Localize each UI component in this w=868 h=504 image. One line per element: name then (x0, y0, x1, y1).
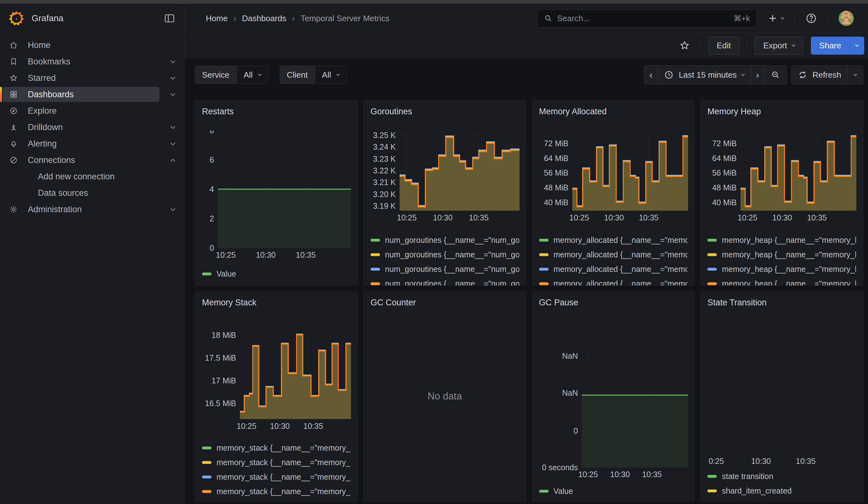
chart-area[interactable]: 40 MiB48 MiB56 MiB64 MiB72 MiB10:2510:30… (707, 131, 856, 224)
dashboards-grid-icon (9, 90, 18, 99)
legend-color-dash (707, 490, 717, 492)
legend-item[interactable]: memory_allocated {__name__="memo (539, 233, 688, 247)
search-shortcut: ⌘+k (734, 14, 750, 23)
sidebar-item-administration[interactable]: Administration (0, 201, 184, 218)
legend-item[interactable]: num_goroutines {__name__="num_go (371, 276, 519, 286)
legend-item[interactable]: memory_stack {__name__="memory_s (202, 484, 351, 498)
star-dashboard-button[interactable] (676, 40, 693, 51)
legend-item[interactable]: memory_heap {__name__="memory_h (707, 247, 856, 262)
sidebar-toggle-icon[interactable] (164, 13, 175, 24)
time-shift-back-button[interactable]: ‹ (644, 65, 658, 84)
variable-value-dropdown[interactable]: All (237, 66, 268, 84)
sidebar-item-dashboards[interactable]: Dashboards (0, 86, 184, 103)
breadcrumb-item: Temporal Server Metrics (300, 13, 390, 23)
sidebar-item-label: Dashboards (28, 90, 74, 100)
sidebar-item-connections[interactable]: Connections (0, 152, 184, 168)
refresh-button[interactable]: Refresh (791, 65, 848, 84)
chart-area[interactable]: 0:2510:3010:35 (707, 321, 856, 467)
variable-client[interactable]: ClientAll (280, 66, 347, 84)
breadcrumb-item[interactable]: Dashboards (242, 13, 286, 23)
avatar[interactable] (839, 11, 854, 26)
legend-item[interactable]: memory_allocated {__name__="memo (539, 276, 688, 286)
legend-item[interactable]: memory_heap {__name__="memory_h (707, 276, 856, 286)
search-input[interactable]: Search... ⌘+k (537, 10, 757, 28)
legend-item[interactable]: state transition (707, 469, 856, 483)
sidebar-item-home[interactable]: Home (0, 37, 184, 53)
legend-item[interactable]: memory_allocated {__name__="memo (539, 262, 688, 276)
legend-item[interactable]: shard_item_created (707, 483, 856, 498)
refresh-interval-dropdown[interactable] (848, 65, 863, 84)
panel-title[interactable]: Memory Allocated (539, 106, 688, 117)
sidebar-item-label: Data sources (38, 188, 88, 198)
grafana-logo[interactable] (8, 10, 24, 27)
zoom-out-button[interactable] (764, 65, 787, 84)
panel-title[interactable]: Memory Heap (707, 106, 856, 117)
legend-item[interactable]: Value (202, 267, 351, 281)
sidebar-item-label: Administration (28, 205, 82, 214)
legend-label: Value (554, 487, 573, 496)
svg-text:10:35: 10:35 (796, 457, 816, 465)
export-button[interactable]: Export (755, 37, 803, 55)
legend-item[interactable]: Value (539, 484, 688, 498)
star-icon (9, 74, 18, 82)
panel-title[interactable]: Memory Stack (202, 297, 351, 308)
sidebar-item-label: Connections (28, 155, 75, 165)
time-range-picker[interactable]: Last 15 minutes (658, 65, 751, 84)
chevron-down-icon (170, 141, 175, 146)
chart-area[interactable]: 3.19 K3.20 K3.21 K3.22 K3.23 K3.24 K3.25… (371, 131, 519, 224)
legend-label: memory_stack {__name__="memory_s (217, 458, 351, 467)
legend-item[interactable]: memory_allocated {__name__="memo (539, 247, 688, 262)
help-button[interactable] (806, 13, 817, 24)
svg-text:17.5 MiB: 17.5 MiB (205, 353, 236, 362)
add-dropdown-chevron-icon (781, 16, 784, 19)
chart-area[interactable]: NaNNaN00 seconds10:2510:3010:35 (539, 321, 688, 481)
variable-value-dropdown[interactable]: All (315, 66, 347, 84)
legend-color-dash (539, 490, 549, 493)
clock-icon (664, 70, 674, 80)
legend-label: memory_heap {__name__="memory_h (722, 265, 856, 274)
time-shift-forward-button[interactable]: › (751, 65, 764, 84)
legend-item[interactable]: memory_stack {__name__="memory_s (202, 441, 351, 455)
chart-area[interactable]: 40 MiB48 MiB56 MiB64 MiB72 MiB10:2510:30… (539, 131, 688, 224)
panel-title[interactable]: State Transition (707, 297, 856, 308)
breadcrumb-separator: › (233, 13, 236, 23)
share-button[interactable]: Share (811, 37, 850, 55)
legend-item[interactable]: num_goroutines {__name__="num_go (371, 247, 519, 262)
time-range-group: ‹ Last 15 minutes › (644, 65, 787, 84)
svg-text:0:25: 0:25 (709, 457, 724, 465)
panel-title[interactable]: GC Counter (371, 297, 519, 308)
panel-title[interactable]: Goroutines (371, 106, 519, 117)
svg-text:17 MiB: 17 MiB (211, 376, 236, 385)
legend-item[interactable]: num_goroutines {__name__="num_go (371, 262, 519, 276)
variable-service[interactable]: ServiceAll (195, 66, 268, 84)
legend-item[interactable]: num_goroutines {__name__="num_go (371, 233, 519, 247)
share-dropdown-button[interactable] (850, 37, 864, 55)
sidebar-item-add-new-connection[interactable]: Add new connection (0, 168, 184, 185)
breadcrumb-item[interactable]: Home (206, 13, 228, 23)
panel-title[interactable]: GC Pause (539, 297, 688, 308)
legend-label: memory_stack {__name__="memory_s (217, 487, 351, 496)
add-button[interactable] (767, 13, 784, 24)
edit-button[interactable]: Edit (708, 37, 740, 55)
sidebar-item-bookmarks[interactable]: Bookmarks (0, 53, 184, 70)
sidebar-item-starred[interactable]: Starred (0, 70, 184, 86)
sidebar-item-alerting[interactable]: Alerting (0, 135, 184, 152)
refresh-group: Refresh (791, 65, 863, 84)
chart-area[interactable]: 16.5 MiB17 MiB17.5 MiB18 MiB10:2510:3010… (202, 321, 351, 432)
export-chevron-icon (792, 43, 795, 47)
sidebar-item-data-sources[interactable]: Data sources (0, 185, 184, 201)
sidebar-item-drilldown[interactable]: Drilldown (0, 119, 184, 135)
legend-label: memory_stack {__name__="memory_s (217, 443, 351, 453)
legend-color-dash (539, 239, 549, 241)
panel-title[interactable]: Restarts (202, 106, 351, 117)
legend-item[interactable]: memory_heap {__name__="memory_h (707, 262, 856, 276)
legend-item[interactable]: memory_stack {__name__="memory_s (202, 470, 351, 484)
svg-text:3.23 K: 3.23 K (373, 154, 396, 163)
chart-area[interactable]: 0246810:2510:3010:35 (202, 131, 351, 261)
legend-item[interactable]: memory_heap {__name__="memory_h (707, 233, 856, 247)
svg-text:48 MiB: 48 MiB (712, 183, 737, 192)
svg-text:10:30: 10:30 (610, 470, 630, 479)
sidebar-item-explore[interactable]: Explore (0, 103, 184, 119)
legend-item[interactable]: memory_stack {__name__="memory_s (202, 455, 351, 470)
svg-text:10:30: 10:30 (433, 213, 453, 222)
